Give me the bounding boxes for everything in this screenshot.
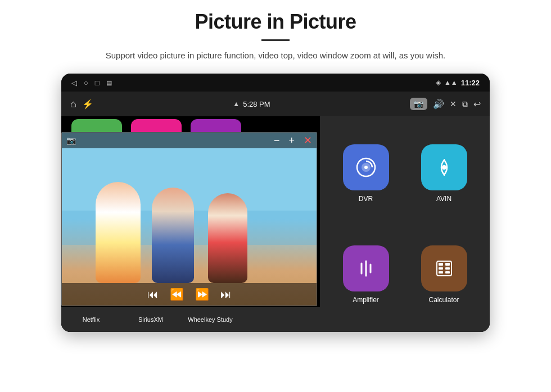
home-icon[interactable]: ⌂ — [70, 98, 76, 110]
svg-rect-10 — [439, 263, 443, 266]
wheelkey-label: Wheelkey Study — [185, 316, 236, 323]
avin-label: AVIN — [436, 195, 451, 203]
svg-rect-13 — [445, 267, 450, 270]
title-underline — [261, 39, 290, 41]
pip-top-bar: − + ✕ — [62, 133, 317, 148]
app-bar-center: ▲ 5:28 PM — [233, 100, 270, 108]
app-bar-left: ⌂ ⚡ — [70, 98, 93, 110]
pip-window[interactable]: 📷 − + ✕ — [61, 132, 317, 306]
app-bar-right: 📷 🔊 ✕ ⧉ ↩ — [410, 98, 481, 110]
page-wrapper: Picture in Picture Support video picture… — [0, 0, 551, 392]
pip-minus-button[interactable]: − — [274, 135, 280, 147]
calculator-app-item[interactable]: Calculator — [409, 229, 478, 321]
amplifier-icon — [343, 245, 389, 291]
netflix-label: Netflix — [66, 316, 116, 323]
video-person-2 — [152, 188, 194, 283]
amplifier-label: Amplifier — [353, 296, 379, 304]
calculator-label: Calculator — [428, 296, 459, 304]
avin-app-item[interactable]: AVIN — [409, 127, 478, 220]
pip-close-button[interactable]: ✕ — [304, 134, 312, 147]
video-content — [62, 133, 317, 306]
app-bar: ⌂ ⚡ ▲ 5:28 PM 📷 🔊 ✕ ⧉ ↩ — [61, 92, 490, 116]
dvr-icon — [343, 144, 389, 190]
app-time: 5:28 PM — [243, 100, 270, 108]
pip-camera-icon: 📷 — [66, 136, 76, 145]
page-subtitle: Support video picture in picture functio… — [106, 49, 445, 62]
camera-button[interactable]: 📷 — [410, 98, 427, 110]
prev-frame-button[interactable]: ⏪ — [170, 288, 184, 301]
usb-icon: ⚡ — [82, 99, 93, 110]
calculator-icon — [421, 245, 467, 291]
pip-controls-bottom: ⏮ ⏪ ⏩ ⏭ — [62, 283, 317, 306]
video-section: 📷 − + ✕ — [61, 116, 320, 332]
device-content: 📷 − + ✕ — [61, 116, 490, 332]
close-icon[interactable]: ✕ — [450, 99, 457, 108]
rewind-button[interactable]: ⏮ — [147, 288, 159, 301]
recent-nav-icon[interactable]: □ — [95, 79, 100, 87]
menu-nav-icon[interactable]: ▤ — [106, 79, 112, 86]
pip-icon[interactable]: ⧉ — [462, 99, 468, 109]
device-frame: ◁ ○ □ ▤ ◈ ▲▲ 11:22 ⌂ ⚡ ▲ 5:28 PM 📷 — [61, 74, 490, 332]
svg-rect-12 — [439, 267, 443, 270]
status-time: 11:22 — [461, 79, 480, 87]
back-nav-icon[interactable]: ◁ — [71, 79, 77, 87]
svg-rect-15 — [445, 271, 450, 274]
forward-button[interactable]: ⏭ — [220, 288, 232, 301]
pip-controls-top: − + ✕ — [274, 134, 312, 147]
back-icon[interactable]: ↩ — [473, 99, 481, 110]
page-title: Picture in Picture — [195, 10, 356, 34]
app-grid-section: DVR AVIN — [320, 116, 490, 332]
svg-rect-11 — [445, 263, 450, 266]
android-status-bar: ◁ ○ □ ▤ ◈ ▲▲ 11:22 — [61, 74, 490, 92]
pip-plus-button[interactable]: + — [288, 135, 295, 147]
amplifier-app-item[interactable]: Amplifier — [331, 229, 400, 321]
siriusxm-label: SiriusXM — [125, 316, 176, 323]
location-icon: ◈ — [436, 79, 441, 86]
svg-point-2 — [364, 166, 368, 169]
dvr-app-item[interactable]: DVR — [331, 127, 400, 220]
home-nav-icon[interactable]: ○ — [84, 79, 88, 87]
svg-point-3 — [442, 165, 446, 170]
wifi-bar-icon: ▲ — [233, 100, 240, 108]
video-person-1 — [96, 182, 141, 283]
app-labels-row: Netflix SiriusXM Wheelkey Study — [61, 307, 320, 332]
wifi-icon: ▲▲ — [444, 79, 458, 86]
status-bar-left: ◁ ○ □ ▤ — [71, 79, 112, 87]
dvr-label: DVR — [359, 195, 373, 203]
svg-rect-14 — [439, 271, 443, 274]
video-person-3 — [208, 193, 247, 283]
next-frame-button[interactable]: ⏩ — [195, 288, 209, 301]
status-bar-right: ◈ ▲▲ 11:22 — [436, 79, 480, 87]
avin-icon — [421, 144, 467, 190]
volume-icon[interactable]: 🔊 — [433, 99, 444, 110]
